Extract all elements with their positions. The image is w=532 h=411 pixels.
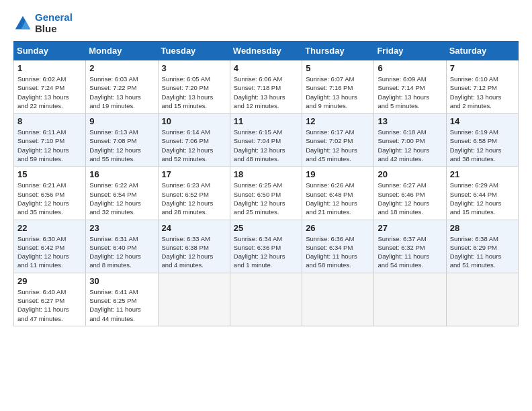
day-number: 14 bbox=[450, 116, 515, 126]
calendar-cell: 15Sunrise: 6:21 AMSunset: 6:56 PMDayligh… bbox=[14, 167, 86, 220]
calendar-cell: 28Sunrise: 6:38 AMSunset: 6:29 PMDayligh… bbox=[446, 220, 518, 273]
cell-info: Sunrise: 6:15 AMSunset: 7:04 PMDaylight:… bbox=[234, 128, 298, 163]
day-number: 7 bbox=[450, 63, 515, 73]
cell-info: Sunrise: 6:18 AMSunset: 7:00 PMDaylight:… bbox=[378, 128, 442, 163]
header-row: SundayMondayTuesdayWednesdayThursdayFrid… bbox=[14, 42, 519, 60]
calendar-cell: 4Sunrise: 6:06 AMSunset: 7:18 PMDaylight… bbox=[230, 60, 302, 113]
day-header: Friday bbox=[374, 42, 446, 60]
calendar-week-row: 29Sunrise: 6:40 AMSunset: 6:27 PMDayligh… bbox=[14, 273, 519, 326]
cell-info: Sunrise: 6:17 AMSunset: 7:02 PMDaylight:… bbox=[306, 128, 370, 163]
day-number: 10 bbox=[162, 116, 226, 126]
day-number: 4 bbox=[234, 63, 298, 73]
day-number: 2 bbox=[89, 63, 154, 73]
day-number: 19 bbox=[306, 169, 370, 179]
cell-info: Sunrise: 6:40 AMSunset: 6:27 PMDaylight:… bbox=[17, 287, 82, 323]
calendar-cell bbox=[302, 273, 374, 326]
calendar-week-row: 22Sunrise: 6:30 AMSunset: 6:42 PMDayligh… bbox=[14, 220, 519, 273]
calendar-cell: 7Sunrise: 6:10 AMSunset: 7:12 PMDaylight… bbox=[446, 60, 518, 113]
calendar-cell: 6Sunrise: 6:09 AMSunset: 7:14 PMDaylight… bbox=[374, 60, 446, 113]
day-number: 21 bbox=[450, 169, 515, 179]
cell-info: Sunrise: 6:21 AMSunset: 6:56 PMDaylight:… bbox=[17, 181, 82, 216]
calendar-week-row: 1Sunrise: 6:02 AMSunset: 7:24 PMDaylight… bbox=[14, 60, 519, 113]
calendar-cell: 19Sunrise: 6:26 AMSunset: 6:48 PMDayligh… bbox=[302, 167, 374, 220]
calendar-cell: 25Sunrise: 6:34 AMSunset: 6:36 PMDayligh… bbox=[230, 220, 302, 273]
cell-info: Sunrise: 6:19 AMSunset: 6:58 PMDaylight:… bbox=[450, 128, 515, 163]
cell-info: Sunrise: 6:05 AMSunset: 7:20 PMDaylight:… bbox=[162, 75, 226, 110]
calendar-cell: 8Sunrise: 6:11 AMSunset: 7:10 PMDaylight… bbox=[14, 113, 86, 167]
day-header: Saturday bbox=[446, 42, 518, 60]
calendar-cell: 26Sunrise: 6:36 AMSunset: 6:34 PMDayligh… bbox=[302, 220, 374, 273]
day-number: 27 bbox=[378, 223, 442, 233]
day-number: 20 bbox=[378, 169, 442, 179]
calendar-table: SundayMondayTuesdayWednesdayThursdayFrid… bbox=[13, 41, 519, 326]
calendar-cell: 30Sunrise: 6:41 AMSunset: 6:25 PMDayligh… bbox=[86, 273, 158, 326]
day-number: 5 bbox=[306, 63, 370, 73]
cell-info: Sunrise: 6:14 AMSunset: 7:06 PMDaylight:… bbox=[162, 128, 226, 163]
day-number: 28 bbox=[450, 223, 515, 233]
cell-info: Sunrise: 6:02 AMSunset: 7:24 PMDaylight:… bbox=[17, 75, 82, 110]
calendar-cell: 22Sunrise: 6:30 AMSunset: 6:42 PMDayligh… bbox=[14, 220, 86, 273]
day-header: Tuesday bbox=[158, 42, 230, 60]
calendar-week-row: 8Sunrise: 6:11 AMSunset: 7:10 PMDaylight… bbox=[14, 113, 519, 167]
day-header: Sunday bbox=[14, 42, 86, 60]
cell-info: Sunrise: 6:10 AMSunset: 7:12 PMDaylight:… bbox=[450, 75, 515, 110]
day-number: 24 bbox=[162, 223, 226, 233]
day-number: 15 bbox=[17, 169, 82, 179]
calendar-cell: 3Sunrise: 6:05 AMSunset: 7:20 PMDaylight… bbox=[158, 60, 230, 113]
day-number: 13 bbox=[378, 116, 442, 126]
calendar-cell: 16Sunrise: 6:22 AMSunset: 6:54 PMDayligh… bbox=[86, 167, 158, 220]
calendar-cell bbox=[446, 273, 518, 326]
calendar-cell: 12Sunrise: 6:17 AMSunset: 7:02 PMDayligh… bbox=[302, 113, 374, 167]
day-header: Monday bbox=[86, 42, 158, 60]
calendar-cell: 18Sunrise: 6:25 AMSunset: 6:50 PMDayligh… bbox=[230, 167, 302, 220]
day-header: Wednesday bbox=[230, 42, 302, 60]
calendar-cell bbox=[374, 273, 446, 326]
logo: General Blue bbox=[13, 12, 73, 34]
day-number: 11 bbox=[234, 116, 298, 126]
day-number: 29 bbox=[17, 276, 82, 286]
day-header: Thursday bbox=[302, 42, 374, 60]
cell-info: Sunrise: 6:25 AMSunset: 6:50 PMDaylight:… bbox=[234, 181, 298, 216]
calendar-cell: 27Sunrise: 6:37 AMSunset: 6:32 PMDayligh… bbox=[374, 220, 446, 273]
calendar-cell: 5Sunrise: 6:07 AMSunset: 7:16 PMDaylight… bbox=[302, 60, 374, 113]
cell-info: Sunrise: 6:07 AMSunset: 7:16 PMDaylight:… bbox=[306, 75, 370, 110]
cell-info: Sunrise: 6:03 AMSunset: 7:22 PMDaylight:… bbox=[89, 75, 154, 110]
cell-info: Sunrise: 6:27 AMSunset: 6:46 PMDaylight:… bbox=[378, 181, 442, 216]
calendar-cell bbox=[158, 273, 230, 326]
calendar-cell: 17Sunrise: 6:23 AMSunset: 6:52 PMDayligh… bbox=[158, 167, 230, 220]
day-number: 23 bbox=[89, 223, 154, 233]
cell-info: Sunrise: 6:11 AMSunset: 7:10 PMDaylight:… bbox=[17, 128, 82, 163]
calendar-cell bbox=[230, 273, 302, 326]
cell-info: Sunrise: 6:29 AMSunset: 6:44 PMDaylight:… bbox=[450, 181, 515, 216]
calendar-cell: 23Sunrise: 6:31 AMSunset: 6:40 PMDayligh… bbox=[86, 220, 158, 273]
calendar-week-row: 15Sunrise: 6:21 AMSunset: 6:56 PMDayligh… bbox=[14, 167, 519, 220]
day-number: 26 bbox=[306, 223, 370, 233]
day-number: 8 bbox=[17, 116, 82, 126]
calendar-cell: 10Sunrise: 6:14 AMSunset: 7:06 PMDayligh… bbox=[158, 113, 230, 167]
cell-info: Sunrise: 6:30 AMSunset: 6:42 PMDaylight:… bbox=[17, 234, 82, 270]
calendar-cell: 1Sunrise: 6:02 AMSunset: 7:24 PMDaylight… bbox=[14, 60, 86, 113]
calendar-cell: 21Sunrise: 6:29 AMSunset: 6:44 PMDayligh… bbox=[446, 167, 518, 220]
day-number: 25 bbox=[234, 223, 298, 233]
cell-info: Sunrise: 6:33 AMSunset: 6:38 PMDaylight:… bbox=[162, 234, 226, 270]
logo-icon bbox=[13, 14, 32, 33]
cell-info: Sunrise: 6:38 AMSunset: 6:29 PMDaylight:… bbox=[450, 234, 515, 270]
header: General Blue bbox=[13, 12, 519, 34]
day-number: 18 bbox=[234, 169, 298, 179]
cell-info: Sunrise: 6:41 AMSunset: 6:25 PMDaylight:… bbox=[89, 287, 154, 323]
cell-info: Sunrise: 6:06 AMSunset: 7:18 PMDaylight:… bbox=[234, 75, 298, 110]
day-number: 3 bbox=[162, 63, 226, 73]
calendar-cell: 13Sunrise: 6:18 AMSunset: 7:00 PMDayligh… bbox=[374, 113, 446, 167]
day-number: 30 bbox=[89, 276, 154, 286]
calendar-cell: 14Sunrise: 6:19 AMSunset: 6:58 PMDayligh… bbox=[446, 113, 518, 167]
cell-info: Sunrise: 6:23 AMSunset: 6:52 PMDaylight:… bbox=[162, 181, 226, 216]
day-number: 16 bbox=[89, 169, 154, 179]
day-number: 22 bbox=[17, 223, 82, 233]
cell-info: Sunrise: 6:26 AMSunset: 6:48 PMDaylight:… bbox=[306, 181, 370, 216]
day-number: 1 bbox=[17, 63, 82, 73]
cell-info: Sunrise: 6:36 AMSunset: 6:34 PMDaylight:… bbox=[306, 234, 370, 270]
day-number: 9 bbox=[89, 116, 154, 126]
cell-info: Sunrise: 6:34 AMSunset: 6:36 PMDaylight:… bbox=[234, 234, 298, 270]
cell-info: Sunrise: 6:22 AMSunset: 6:54 PMDaylight:… bbox=[89, 181, 154, 216]
cell-info: Sunrise: 6:13 AMSunset: 7:08 PMDaylight:… bbox=[89, 128, 154, 163]
